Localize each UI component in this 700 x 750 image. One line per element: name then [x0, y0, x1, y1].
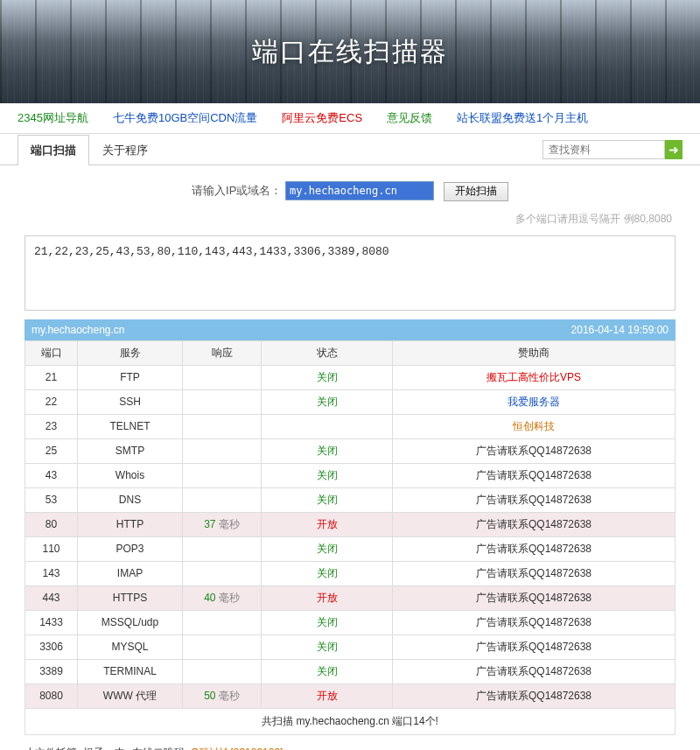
- cell-sponsor[interactable]: 广告请联系QQ14872638: [393, 536, 676, 561]
- cell-sponsor[interactable]: 广告请联系QQ14872638: [393, 634, 676, 659]
- cell-response: [183, 463, 262, 487]
- cell-port: 443: [25, 585, 78, 610]
- table-row: 22SSH关闭我爱服务器: [25, 389, 676, 414]
- cell-response: [183, 365, 262, 389]
- tab-portscan[interactable]: 端口扫描: [18, 135, 89, 165]
- cell-port: 23: [25, 414, 78, 438]
- cell-service: Whois: [78, 463, 183, 487]
- cell-service: FTP: [78, 365, 183, 389]
- cell-response: [183, 536, 262, 561]
- cell-service: HTTPS: [78, 585, 183, 610]
- cell-service: POP3: [78, 536, 183, 561]
- cell-status: 关闭: [262, 463, 393, 487]
- ip-label: 请输入IP或域名：: [192, 184, 282, 197]
- th-service: 服务: [78, 340, 183, 365]
- cell-port: 3306: [25, 634, 78, 659]
- topnav-link-4[interactable]: 站长联盟免费送1个月主机: [457, 111, 588, 124]
- th-port: 端口: [25, 340, 78, 365]
- cell-port: 53: [25, 487, 78, 512]
- cell-sponsor[interactable]: 广告请联系QQ14872638: [393, 561, 676, 585]
- cell-sponsor[interactable]: 广告请联系QQ14872638: [393, 610, 676, 634]
- cell-port: 80: [25, 512, 78, 536]
- cell-sponsor[interactable]: 恒创科技: [393, 414, 676, 438]
- cell-sponsor[interactable]: 搬瓦工高性价比VPS: [393, 365, 676, 389]
- table-row: 43Whois关闭广告请联系QQ14872638: [25, 463, 676, 487]
- cell-service: TERMINAL: [78, 659, 183, 683]
- topnav-link-2[interactable]: 阿里云免费ECS: [282, 111, 362, 124]
- search-button[interactable]: ➜: [665, 140, 682, 159]
- cell-response: [183, 634, 262, 659]
- cell-sponsor[interactable]: 我爱服务器: [393, 389, 676, 414]
- th-status: 状态: [262, 340, 393, 365]
- cell-response: 50 毫秒: [183, 683, 262, 708]
- cell-service: MSSQL/udp: [78, 610, 183, 634]
- qgroup-id: [23189103]: [230, 746, 283, 751]
- cell-status: 关闭: [262, 610, 393, 634]
- cell-service: WWW 代理: [78, 683, 183, 708]
- cell-port: 110: [25, 536, 78, 561]
- cell-service: DNS: [78, 487, 183, 512]
- tabs-row: 端口扫描 关于程序 ➜: [0, 134, 700, 165]
- tab-about[interactable]: 关于程序: [89, 135, 161, 165]
- table-row: 1433MSSQL/udp关闭广告请联系QQ14872638: [25, 610, 676, 634]
- page-title: 端口在线扫描器: [252, 34, 448, 70]
- th-sponsor: 赞助商: [393, 340, 676, 365]
- table-row: 8080WWW 代理50 毫秒开放广告请联系QQ14872638: [25, 683, 676, 708]
- scan-summary: 共扫描 my.hechaocheng.cn 端口14个!: [24, 709, 676, 735]
- footer-link-0[interactable]: 小文件托管: [24, 746, 77, 751]
- cell-sponsor[interactable]: 广告请联系QQ14872638: [393, 487, 676, 512]
- th-resp: 响应: [183, 340, 262, 365]
- cell-status: [262, 414, 393, 438]
- table-row: 143IMAP关闭广告请联系QQ14872638: [25, 561, 676, 585]
- result-header: my.hechaocheng.cn 2016-04-14 19:59:00: [24, 319, 676, 340]
- topnav-link-1[interactable]: 七牛免费10GB空间CDN流量: [113, 111, 257, 124]
- cell-port: 1433: [25, 610, 78, 634]
- table-row: 3306MYSQL关闭广告请联系QQ14872638: [25, 634, 676, 659]
- table-row: 23TELNET恒创科技: [25, 414, 676, 438]
- top-nav: 2345网址导航七牛免费10GB空间CDN流量阿里云免费ECS意见反馈站长联盟免…: [0, 103, 700, 134]
- cell-sponsor[interactable]: 广告请联系QQ14872638: [393, 585, 676, 610]
- topnav-link-0[interactable]: 2345网址导航: [18, 111, 88, 124]
- cell-service: MYSQL: [78, 634, 183, 659]
- cell-status: 关闭: [262, 365, 393, 389]
- cell-service: SMTP: [78, 438, 183, 463]
- ip-input[interactable]: [285, 181, 434, 200]
- cell-response: [183, 610, 262, 634]
- cell-status: 开放: [262, 683, 393, 708]
- cell-status: 关闭: [262, 389, 393, 414]
- cell-sponsor[interactable]: 广告请联系QQ14872638: [393, 683, 676, 708]
- cell-response: 37 毫秒: [183, 512, 262, 536]
- cell-service: HTTP: [78, 512, 183, 536]
- cell-sponsor[interactable]: 广告请联系QQ14872638: [393, 438, 676, 463]
- cell-port: 25: [25, 438, 78, 463]
- cell-status: 关闭: [262, 536, 393, 561]
- scan-button[interactable]: 开始扫描: [444, 182, 508, 201]
- cell-status: 关闭: [262, 561, 393, 585]
- scan-form: 请输入IP或域名： 开始扫描: [0, 165, 700, 207]
- ports-textarea[interactable]: 21,22,23,25,43,53,80,110,143,443,1433,33…: [24, 235, 676, 311]
- footer-link-1[interactable]: 根子一中: [83, 746, 125, 751]
- table-header-row: 端口 服务 响应 状态 赞助商: [25, 340, 676, 365]
- result-timestamp: 2016-04-14 19:59:00: [571, 324, 668, 336]
- results-table: 端口 服务 响应 状态 赞助商 21FTP关闭搬瓦工高性价比VPS22SSH关闭…: [24, 340, 676, 709]
- cell-response: [183, 438, 262, 463]
- qgroup-link[interactable]: Q群讨论[23189103]: [191, 746, 283, 751]
- cell-response: [183, 659, 262, 683]
- ports-hint: 多个端口请用逗号隔开 例80,8080: [0, 207, 700, 232]
- cell-sponsor[interactable]: 广告请联系QQ14872638: [393, 512, 676, 536]
- topnav-link-3[interactable]: 意见反馈: [387, 111, 432, 124]
- cell-response: [183, 561, 262, 585]
- cell-status: 关闭: [262, 438, 393, 463]
- qgroup-label: Q群讨论: [191, 746, 230, 751]
- table-row: 110POP3关闭广告请联系QQ14872638: [25, 536, 676, 561]
- table-row: 25SMTP关闭广告请联系QQ14872638: [25, 438, 676, 463]
- result-host: my.hechaocheng.cn: [32, 324, 125, 336]
- cell-status: 开放: [262, 512, 393, 536]
- cell-status: 关闭: [262, 634, 393, 659]
- footer-link-2[interactable]: 在线二唯码: [132, 746, 185, 751]
- cell-sponsor[interactable]: 广告请联系QQ14872638: [393, 463, 676, 487]
- search-input[interactable]: [542, 140, 665, 159]
- cell-port: 3389: [25, 659, 78, 683]
- cell-status: 关闭: [262, 487, 393, 512]
- cell-sponsor[interactable]: 广告请联系QQ14872638: [393, 659, 676, 683]
